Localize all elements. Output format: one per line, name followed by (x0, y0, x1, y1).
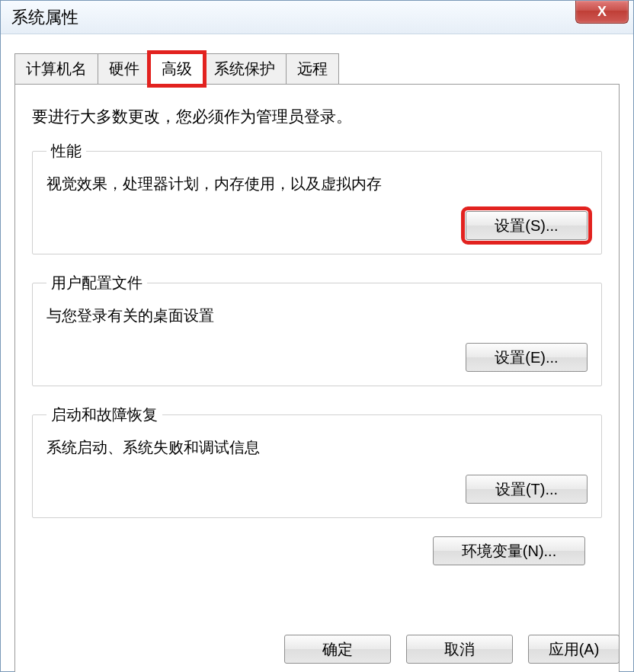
startup-recovery-group: 启动和故障恢复 系统启动、系统失败和调试信息 设置(T)... (32, 405, 602, 518)
tab-advanced[interactable]: 高级 (150, 53, 203, 85)
window-title: 系统属性 (11, 6, 78, 29)
user-profiles-desc: 与您登录有关的桌面设置 (46, 306, 588, 326)
user-profiles-settings-button[interactable]: 设置(E)... (466, 343, 588, 372)
cancel-button[interactable]: 取消 (406, 635, 513, 664)
performance-legend: 性能 (46, 141, 86, 162)
env-vars-row: 环境变量(N)... (32, 536, 602, 565)
startup-recovery-button-row: 设置(T)... (46, 475, 588, 504)
dialog-footer: 确定 取消 应用(A) (1, 635, 633, 664)
performance-desc: 视觉效果，处理器计划，内存使用，以及虚拟内存 (46, 174, 588, 194)
tab-remote[interactable]: 远程 (286, 53, 339, 84)
user-profiles-group: 用户配置文件 与您登录有关的桌面设置 设置(E)... (32, 273, 602, 386)
tab-hardware[interactable]: 硬件 (98, 53, 151, 84)
content-area: 计算机名 硬件 高级 系统保护 远程 要进行大多数更改，您必须作为管理员登录。 … (1, 34, 633, 671)
performance-group: 性能 视觉效果，处理器计划，内存使用，以及虚拟内存 设置(S)... (32, 141, 602, 254)
startup-recovery-settings-button[interactable]: 设置(T)... (466, 475, 588, 504)
ok-button[interactable]: 确定 (284, 635, 391, 664)
system-properties-window: 系统属性 X 计算机名 硬件 高级 系统保护 远程 要进行大多数更改，您必须作为… (0, 0, 634, 672)
apply-button[interactable]: 应用(A) (528, 635, 620, 664)
environment-variables-button[interactable]: 环境变量(N)... (433, 536, 585, 565)
admin-note: 要进行大多数更改，您必须作为管理员登录。 (32, 106, 602, 127)
tab-computer-name[interactable]: 计算机名 (14, 53, 98, 84)
titlebar: 系统属性 X (1, 1, 633, 34)
tab-system-protection[interactable]: 系统保护 (203, 53, 287, 84)
startup-recovery-desc: 系统启动、系统失败和调试信息 (46, 437, 588, 458)
close-button[interactable]: X (575, 1, 629, 24)
close-icon: X (597, 4, 607, 20)
performance-settings-button[interactable]: 设置(S)... (466, 211, 588, 240)
performance-button-row: 设置(S)... (46, 211, 588, 240)
user-profiles-button-row: 设置(E)... (46, 343, 588, 372)
startup-recovery-legend: 启动和故障恢复 (46, 405, 162, 425)
user-profiles-legend: 用户配置文件 (46, 273, 147, 293)
advanced-tab-panel: 要进行大多数更改，您必须作为管理员登录。 性能 视觉效果，处理器计划，内存使用，… (14, 84, 620, 672)
tab-strip: 计算机名 硬件 高级 系统保护 远程 (14, 53, 620, 84)
